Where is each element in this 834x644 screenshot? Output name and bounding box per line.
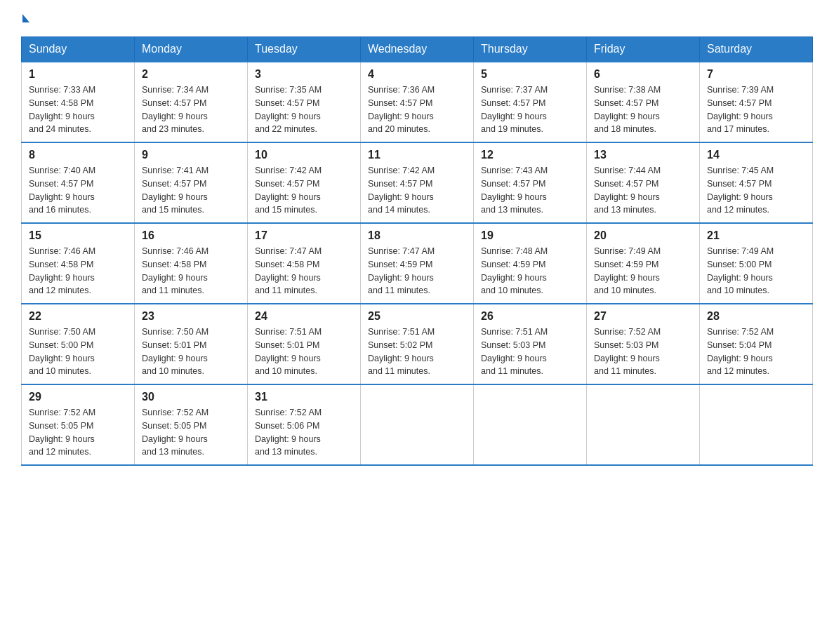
day-number: 1 — [29, 68, 127, 81]
table-row: 19 Sunrise: 7:48 AM Sunset: 4:59 PM Dayl… — [474, 223, 587, 304]
day-number: 29 — [29, 391, 127, 403]
table-row: 9 Sunrise: 7:41 AM Sunset: 4:57 PM Dayli… — [135, 142, 248, 223]
day-number: 2 — [142, 68, 240, 81]
day-info: Sunrise: 7:52 AM Sunset: 5:03 PM Dayligh… — [594, 326, 692, 378]
table-row: 4 Sunrise: 7:36 AM Sunset: 4:57 PM Dayli… — [361, 62, 474, 142]
day-number: 24 — [255, 310, 353, 323]
table-row: 20 Sunrise: 7:49 AM Sunset: 4:59 PM Dayl… — [587, 223, 700, 304]
day-number: 23 — [142, 310, 240, 323]
calendar-week-row: 1 Sunrise: 7:33 AM Sunset: 4:58 PM Dayli… — [22, 62, 813, 142]
table-row: 21 Sunrise: 7:49 AM Sunset: 5:00 PM Dayl… — [700, 223, 813, 304]
table-row — [474, 384, 587, 465]
day-number: 8 — [29, 149, 127, 161]
calendar-week-row: 8 Sunrise: 7:40 AM Sunset: 4:57 PM Dayli… — [22, 142, 813, 223]
day-info: Sunrise: 7:42 AM Sunset: 4:57 PM Dayligh… — [255, 164, 353, 217]
day-info: Sunrise: 7:49 AM Sunset: 4:59 PM Dayligh… — [594, 245, 692, 297]
day-info: Sunrise: 7:40 AM Sunset: 4:57 PM Dayligh… — [29, 164, 127, 217]
table-row: 7 Sunrise: 7:39 AM Sunset: 4:57 PM Dayli… — [700, 62, 813, 142]
day-info: Sunrise: 7:45 AM Sunset: 4:57 PM Dayligh… — [707, 164, 805, 217]
day-info: Sunrise: 7:44 AM Sunset: 4:57 PM Dayligh… — [594, 164, 692, 217]
day-number: 4 — [368, 68, 466, 81]
day-number: 21 — [707, 229, 805, 242]
header-wednesday: Wednesday — [361, 37, 474, 62]
table-row: 24 Sunrise: 7:51 AM Sunset: 5:01 PM Dayl… — [248, 304, 361, 384]
table-row: 28 Sunrise: 7:52 AM Sunset: 5:04 PM Dayl… — [700, 304, 813, 384]
day-info: Sunrise: 7:35 AM Sunset: 4:57 PM Dayligh… — [255, 83, 353, 136]
day-number: 7 — [707, 68, 805, 81]
calendar-week-row: 22 Sunrise: 7:50 AM Sunset: 5:00 PM Dayl… — [22, 304, 813, 384]
header — [21, 14, 813, 22]
day-info: Sunrise: 7:41 AM Sunset: 4:57 PM Dayligh… — [142, 164, 240, 217]
calendar-week-row: 29 Sunrise: 7:52 AM Sunset: 5:05 PM Dayl… — [22, 384, 813, 465]
table-row: 16 Sunrise: 7:46 AM Sunset: 4:58 PM Dayl… — [135, 223, 248, 304]
header-monday: Monday — [135, 37, 248, 62]
day-info: Sunrise: 7:42 AM Sunset: 4:57 PM Dayligh… — [368, 164, 466, 217]
day-number: 3 — [255, 68, 353, 81]
day-info: Sunrise: 7:51 AM Sunset: 5:02 PM Dayligh… — [368, 326, 466, 378]
table-row: 11 Sunrise: 7:42 AM Sunset: 4:57 PM Dayl… — [361, 142, 474, 223]
table-row: 10 Sunrise: 7:42 AM Sunset: 4:57 PM Dayl… — [248, 142, 361, 223]
day-info: Sunrise: 7:52 AM Sunset: 5:05 PM Dayligh… — [29, 406, 127, 459]
day-number: 12 — [481, 149, 579, 161]
day-number: 26 — [481, 310, 579, 323]
table-row: 8 Sunrise: 7:40 AM Sunset: 4:57 PM Dayli… — [22, 142, 135, 223]
header-friday: Friday — [587, 37, 700, 62]
table-row: 5 Sunrise: 7:37 AM Sunset: 4:57 PM Dayli… — [474, 62, 587, 142]
day-info: Sunrise: 7:39 AM Sunset: 4:57 PM Dayligh… — [707, 83, 805, 136]
table-row: 12 Sunrise: 7:43 AM Sunset: 4:57 PM Dayl… — [474, 142, 587, 223]
table-row — [587, 384, 700, 465]
day-number: 16 — [142, 229, 240, 242]
day-info: Sunrise: 7:51 AM Sunset: 5:03 PM Dayligh… — [481, 326, 579, 378]
day-info: Sunrise: 7:33 AM Sunset: 4:58 PM Dayligh… — [29, 83, 127, 136]
day-info: Sunrise: 7:51 AM Sunset: 5:01 PM Dayligh… — [255, 326, 353, 378]
day-info: Sunrise: 7:48 AM Sunset: 4:59 PM Dayligh… — [481, 245, 579, 297]
table-row: 2 Sunrise: 7:34 AM Sunset: 4:57 PM Dayli… — [135, 62, 248, 142]
day-info: Sunrise: 7:37 AM Sunset: 4:57 PM Dayligh… — [481, 83, 579, 136]
day-info: Sunrise: 7:52 AM Sunset: 5:06 PM Dayligh… — [255, 406, 353, 459]
table-row: 17 Sunrise: 7:47 AM Sunset: 4:58 PM Dayl… — [248, 223, 361, 304]
day-info: Sunrise: 7:47 AM Sunset: 4:59 PM Dayligh… — [368, 245, 466, 297]
table-row: 13 Sunrise: 7:44 AM Sunset: 4:57 PM Dayl… — [587, 142, 700, 223]
day-number: 10 — [255, 149, 353, 161]
table-row — [361, 384, 474, 465]
day-number: 13 — [594, 149, 692, 161]
table-row: 25 Sunrise: 7:51 AM Sunset: 5:02 PM Dayl… — [361, 304, 474, 384]
calendar-week-row: 15 Sunrise: 7:46 AM Sunset: 4:58 PM Dayl… — [22, 223, 813, 304]
table-row: 18 Sunrise: 7:47 AM Sunset: 4:59 PM Dayl… — [361, 223, 474, 304]
day-number: 17 — [255, 229, 353, 242]
table-row: 6 Sunrise: 7:38 AM Sunset: 4:57 PM Dayli… — [587, 62, 700, 142]
table-row: 3 Sunrise: 7:35 AM Sunset: 4:57 PM Dayli… — [248, 62, 361, 142]
header-sunday: Sunday — [22, 37, 135, 62]
table-row: 14 Sunrise: 7:45 AM Sunset: 4:57 PM Dayl… — [700, 142, 813, 223]
day-info: Sunrise: 7:36 AM Sunset: 4:57 PM Dayligh… — [368, 83, 466, 136]
day-number: 9 — [142, 149, 240, 161]
day-number: 27 — [594, 310, 692, 323]
day-info: Sunrise: 7:52 AM Sunset: 5:04 PM Dayligh… — [707, 326, 805, 378]
day-number: 14 — [707, 149, 805, 161]
day-number: 20 — [594, 229, 692, 242]
weekday-header-row: Sunday Monday Tuesday Wednesday Thursday… — [22, 37, 813, 62]
table-row: 26 Sunrise: 7:51 AM Sunset: 5:03 PM Dayl… — [474, 304, 587, 384]
logo-triangle-icon — [22, 14, 29, 22]
day-info: Sunrise: 7:50 AM Sunset: 5:00 PM Dayligh… — [29, 326, 127, 378]
table-row: 22 Sunrise: 7:50 AM Sunset: 5:00 PM Dayl… — [22, 304, 135, 384]
logo — [21, 14, 31, 22]
table-row: 15 Sunrise: 7:46 AM Sunset: 4:58 PM Dayl… — [22, 223, 135, 304]
day-number: 6 — [594, 68, 692, 81]
header-saturday: Saturday — [700, 37, 813, 62]
header-tuesday: Tuesday — [248, 37, 361, 62]
day-info: Sunrise: 7:47 AM Sunset: 4:58 PM Dayligh… — [255, 245, 353, 297]
table-row: 27 Sunrise: 7:52 AM Sunset: 5:03 PM Dayl… — [587, 304, 700, 384]
table-row: 1 Sunrise: 7:33 AM Sunset: 4:58 PM Dayli… — [22, 62, 135, 142]
day-number: 31 — [255, 391, 353, 403]
header-thursday: Thursday — [474, 37, 587, 62]
day-info: Sunrise: 7:43 AM Sunset: 4:57 PM Dayligh… — [481, 164, 579, 217]
day-info: Sunrise: 7:52 AM Sunset: 5:05 PM Dayligh… — [142, 406, 240, 459]
table-row — [700, 384, 813, 465]
day-number: 22 — [29, 310, 127, 323]
day-info: Sunrise: 7:50 AM Sunset: 5:01 PM Dayligh… — [142, 326, 240, 378]
table-row: 31 Sunrise: 7:52 AM Sunset: 5:06 PM Dayl… — [248, 384, 361, 465]
day-number: 15 — [29, 229, 127, 242]
day-number: 11 — [368, 149, 466, 161]
table-row: 23 Sunrise: 7:50 AM Sunset: 5:01 PM Dayl… — [135, 304, 248, 384]
